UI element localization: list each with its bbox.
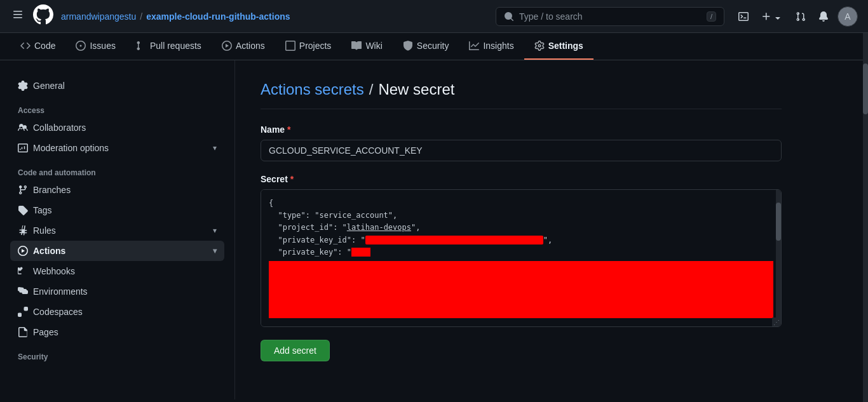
tags-label: Tags: [33, 205, 52, 215]
secret-line-3: "project_id": "latihan-devops",: [269, 222, 773, 234]
rules-left: Rules: [18, 225, 56, 236]
main-content: Actions secrets / New secret Name * Secr…: [235, 60, 807, 399]
chevron-down-icon-rules: ▾: [213, 226, 217, 235]
tab-wiki[interactable]: Wiki: [341, 33, 392, 60]
secret-required: *: [290, 174, 294, 184]
actions-play-icon: [18, 246, 28, 256]
breadcrumb: armandwipangestu / example-cloud-run-git…: [61, 11, 290, 22]
topbar-icon-group: A: [735, 6, 858, 27]
environments-icon: [18, 286, 28, 297]
tab-pull-requests[interactable]: Pull requests: [126, 33, 212, 60]
add-secret-button[interactable]: Add secret: [261, 340, 330, 361]
moderation-label: Moderation options: [33, 143, 109, 153]
people-icon: [18, 123, 28, 133]
gear-icon: [18, 81, 28, 91]
resize-handle[interactable]: ⋰: [772, 318, 781, 326]
page-heading: Actions secrets / New secret: [261, 81, 782, 109]
code-icon: [20, 41, 31, 51]
wiki-icon: [351, 41, 362, 51]
collaborators-label: Collaborators: [33, 123, 86, 133]
search-kbd: /: [707, 11, 716, 22]
actions-icon: [222, 41, 232, 51]
hamburger-button[interactable]: [10, 7, 25, 25]
heading-sep: /: [369, 81, 374, 98]
sidebar-item-rules[interactable]: Rules ▾: [10, 220, 224, 241]
breadcrumb-user-link[interactable]: armandwipangestu: [61, 11, 136, 22]
github-logo[interactable]: [33, 4, 53, 29]
insights-icon: [469, 41, 479, 51]
chevron-down-icon-actions: ▾: [213, 246, 217, 255]
breadcrumb-repo-link[interactable]: example-cloud-run-github-actions: [146, 11, 290, 22]
sidebar-item-environments[interactable]: Environments: [10, 281, 224, 302]
security-section-label: Security: [10, 342, 224, 364]
sidebar-item-webhooks[interactable]: Webhooks: [10, 261, 224, 281]
actions-row: Actions ▾: [18, 246, 217, 256]
search-area: Type / to search /: [496, 6, 858, 27]
webhooks-label: Webhooks: [33, 266, 75, 276]
tab-security[interactable]: Security: [393, 33, 459, 60]
plus-button[interactable]: [757, 9, 787, 24]
moderation-icon: [18, 143, 28, 153]
search-box[interactable]: Type / to search /: [496, 7, 724, 26]
breadcrumb-sep: /: [140, 11, 142, 22]
secret-label: Secret *: [261, 174, 782, 184]
general-label: General: [33, 81, 65, 91]
secret-line-4: "private_key_id": "",: [269, 234, 773, 246]
sidebar-item-branches[interactable]: Branches: [10, 180, 224, 200]
rules-row: Rules ▾: [18, 225, 217, 236]
name-label: Name *: [261, 124, 782, 135]
environments-label: Environments: [33, 286, 88, 297]
projects-icon: [285, 41, 295, 51]
search-icon: [504, 11, 514, 22]
sidebar-item-codespaces[interactable]: Codespaces: [10, 302, 224, 322]
tab-projects[interactable]: Projects: [275, 33, 342, 60]
moderation-row: Moderation options ▾: [18, 143, 217, 153]
main-layout: General Access Collaborators Moderation …: [0, 60, 868, 399]
branches-icon: [18, 185, 28, 195]
page-scrollbar[interactable]: [863, 0, 868, 402]
sidebar-item-moderation[interactable]: Moderation options ▾: [10, 138, 224, 158]
secret-content[interactable]: { "type": "service_account", "project_id…: [261, 190, 781, 326]
rules-label: Rules: [33, 225, 56, 236]
name-required: *: [287, 124, 290, 135]
rules-icon: [18, 225, 28, 236]
codespaces-icon: [18, 307, 28, 317]
actions-secrets-link[interactable]: Actions secrets: [261, 81, 364, 98]
avatar[interactable]: A: [837, 6, 858, 27]
notifications-button[interactable]: [815, 9, 832, 24]
codespaces-label: Codespaces: [33, 307, 83, 317]
tab-issues[interactable]: Issues: [65, 33, 125, 60]
security-icon: [403, 41, 413, 51]
tab-actions[interactable]: Actions: [212, 33, 275, 60]
terminal-button[interactable]: [735, 9, 752, 24]
secret-form-group: Secret * { "type": "service_account", "p…: [261, 174, 782, 327]
settings-icon: [534, 41, 545, 51]
sidebar-item-pages[interactable]: Pages: [10, 322, 224, 342]
branches-label: Branches: [33, 185, 71, 195]
name-form-group: Name *: [261, 124, 782, 161]
search-placeholder: Type / to search: [519, 11, 583, 22]
tab-insights[interactable]: Insights: [459, 33, 524, 60]
secret-line-5: "private_key": ": [269, 246, 773, 258]
secret-textarea-wrapper: { "type": "service_account", "project_id…: [261, 189, 782, 327]
pages-label: Pages: [33, 327, 58, 337]
tags-icon: [18, 205, 28, 215]
sidebar-item-tags[interactable]: Tags: [10, 200, 224, 220]
sidebar-item-general[interactable]: General: [10, 76, 224, 96]
secret-line-1: {: [269, 198, 773, 210]
name-input[interactable]: [261, 140, 782, 161]
chevron-down-icon: ▾: [213, 144, 217, 152]
pages-icon: [18, 327, 28, 337]
page-title: New secret: [378, 81, 454, 98]
repo-tab-bar: Code Issues Pull requests Actions Projec…: [0, 33, 868, 60]
sidebar-item-actions[interactable]: Actions ▾: [10, 241, 224, 261]
topbar: armandwipangestu / example-cloud-run-git…: [0, 0, 868, 33]
page-scrollbar-thumb[interactable]: [863, 64, 868, 114]
webhooks-icon: [18, 266, 28, 276]
tab-settings[interactable]: Settings: [524, 33, 593, 60]
scrollbar-thumb[interactable]: [776, 203, 781, 241]
pull-requests-icon-button[interactable]: [792, 9, 810, 24]
sidebar-item-collaborators[interactable]: Collaborators: [10, 117, 224, 138]
scrollbar-track[interactable]: [776, 190, 781, 326]
tab-code[interactable]: Code: [10, 33, 65, 60]
